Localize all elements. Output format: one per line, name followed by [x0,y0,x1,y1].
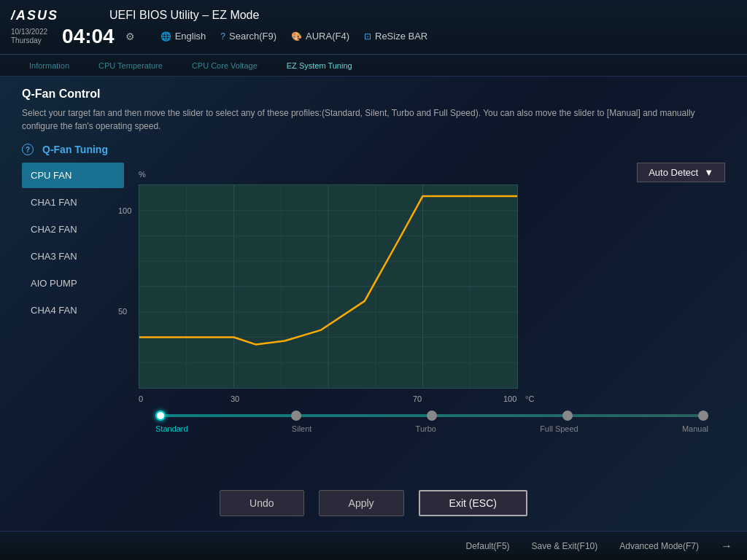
nav-aura[interactable]: 🎨 AURA(F4) [291,31,349,42]
slider-section: Standard Silent Turbo Full Speed Manual [139,414,725,433]
footer-save-exit[interactable]: Save & Exit(F10) [532,541,598,551]
tab-ez-tuning[interactable]: EZ System Tuning [272,61,367,70]
fan-item-cha4[interactable]: CHA4 FAN [22,298,124,323]
slider-label-turbo: Turbo [416,424,436,433]
undo-button[interactable]: Undo [220,490,303,516]
chart-svg [139,185,517,388]
globe-icon: 🌐 [160,31,171,42]
help-icon: ? [22,144,34,155]
fan-chart [139,184,518,389]
footer-advanced[interactable]: Advanced Mode(F7) [619,541,699,551]
fan-item-cpu[interactable]: CPU FAN [22,163,124,188]
y-axis-unit: % [139,170,146,179]
slider-label-silent: Silent [292,424,312,433]
q-fan-header: ? Q-Fan Tuning [22,144,725,155]
slider-dot-standard[interactable] [155,411,166,421]
slider-label-fullspeed: Full Speed [540,424,578,433]
header-nav: 🌐 English ? Search(F9) 🎨 AURA(F4) ⊡ ReSi… [160,31,428,42]
bottom-bar: Undo Apply Exit (ESC) [0,479,747,527]
datetime-block: 10/13/2022Thursday [11,28,47,45]
slider-track[interactable] [160,414,703,417]
fan-item-cha1[interactable]: CHA1 FAN [22,190,124,215]
aura-icon: 🎨 [291,31,302,42]
slider-labels: Standard Silent Turbo Full Speed Manual [146,424,718,433]
search-icon: ? [220,31,225,42]
x-label-70: 70 [413,394,422,403]
x-label-30: 30 [231,394,239,403]
q-fan-container: CPU FAN CHA1 FAN CHA2 FAN CHA3 FAN AIO P… [22,163,725,433]
tab-information[interactable]: Information [15,61,84,70]
brand-block: /ASUS UEFI BIOS Utility – EZ Mode 10/13/… [11,8,427,47]
top-tabs: Information CPU Temperature CPU Core Vol… [0,55,747,77]
section-title: Q-Fan Control [22,88,725,101]
x-label-100: 100 [503,394,516,403]
time-display: 04:04 [62,26,115,47]
fan-list: CPU FAN CHA1 FAN CHA2 FAN CHA3 FAN AIO P… [22,163,124,433]
slider-dot-fullspeed[interactable] [562,411,573,421]
arrow-icon: → [721,540,732,553]
asus-logo: /ASUS [11,8,58,23]
slider-dot-silent[interactable] [291,411,301,421]
nav-language[interactable]: 🌐 English [160,31,206,42]
auto-detect-button[interactable]: Auto Detect ▼ [637,163,725,182]
tab-cpu-temp[interactable]: CPU Temperature [84,61,177,70]
q-fan-title: Q-Fan Tuning [42,144,108,155]
x-label-0: 0 [139,394,143,403]
slider-dot-manual[interactable] [698,411,708,421]
apply-button[interactable]: Apply [319,490,404,516]
section-desc: Select your target fan and then move the… [22,106,725,133]
date-text: 10/13/2022Thursday [11,28,47,45]
settings-icon[interactable]: ⚙ [125,31,135,42]
dropdown-arrow-icon: ▼ [704,167,713,178]
slider-label-manual: Manual [682,424,708,433]
exit-button[interactable]: Exit (ESC) [419,490,527,516]
y-label-100: 100 [118,206,131,215]
y-label-50: 50 [118,307,127,316]
footer-default[interactable]: Default(F5) [466,541,510,551]
resize-icon: ⊡ [364,31,371,42]
tab-cpu-voltage[interactable]: CPU Core Voltage [177,61,272,70]
nav-search[interactable]: ? Search(F9) [220,31,276,42]
chart-area: Auto Detect ▼ % [139,163,725,433]
slider-label-standard: Standard [155,424,188,433]
main-content: Q-Fan Control Select your target fan and… [0,77,747,444]
fan-item-cha2[interactable]: CHA2 FAN [22,217,124,242]
x-unit: °C [525,394,534,403]
fan-item-aio[interactable]: AIO PUMP [22,271,124,296]
header: /ASUS UEFI BIOS Utility – EZ Mode 10/13/… [0,0,747,55]
fan-item-cha3[interactable]: CHA3 FAN [22,244,124,269]
slider-dot-turbo[interactable] [427,411,437,421]
bios-title: UEFI BIOS Utility – EZ Mode [109,9,259,22]
nav-resizebar[interactable]: ⊡ ReSize BAR [364,31,427,42]
footer: Default(F5) Save & Exit(F10) Advanced Mo… [0,531,747,560]
